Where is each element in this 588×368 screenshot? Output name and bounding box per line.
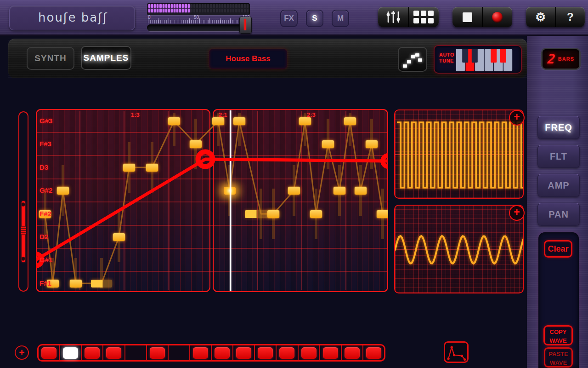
- step-cell[interactable]: [232, 345, 254, 360]
- oscillator-add-button[interactable]: +: [509, 110, 525, 126]
- meter-led: [163, 4, 164, 8]
- step-pattern-button[interactable]: [398, 47, 427, 72]
- step-pattern-icon: [401, 50, 424, 69]
- patch-select-button[interactable]: House Bass: [209, 49, 287, 69]
- patch-name-box[interactable]: houʃe baʃʃ: [9, 6, 135, 30]
- note-block[interactable]: [212, 117, 224, 125]
- meter-led: [157, 4, 158, 8]
- meter-led: [230, 4, 232, 8]
- bars-display[interactable]: 2 BARS: [541, 48, 581, 70]
- step-cell[interactable]: [254, 345, 276, 360]
- meter-led: [168, 4, 170, 8]
- record-button[interactable]: [482, 7, 513, 27]
- step-cell[interactable]: [146, 345, 168, 360]
- meter-led: [174, 9, 175, 12]
- note-block[interactable]: [344, 117, 356, 125]
- param-tab-amp[interactable]: AMP: [537, 174, 580, 197]
- meter-led: [148, 9, 150, 12]
- step-cell[interactable]: [81, 345, 102, 360]
- param-tab-freq[interactable]: FREQ: [537, 116, 580, 139]
- note-block[interactable]: [366, 140, 378, 148]
- meter-led: [221, 9, 223, 12]
- note-block[interactable]: [355, 187, 367, 195]
- note-block[interactable]: [190, 140, 202, 148]
- meter-led: [191, 9, 192, 12]
- note-block[interactable]: [57, 187, 69, 195]
- help-icon: ?: [567, 11, 574, 23]
- clear-button[interactable]: Clear: [544, 240, 572, 258]
- step-cell[interactable]: [59, 345, 81, 360]
- param-tab-pan[interactable]: PAN: [537, 203, 580, 226]
- step-cell[interactable]: [189, 345, 211, 360]
- meter-led: [227, 4, 229, 8]
- add-pattern-button[interactable]: +: [15, 345, 29, 360]
- pitch-sequence-editor[interactable]: G#3F#3D3G#2F#2D2G#1F#11:32:12:3: [36, 109, 388, 292]
- step-cell[interactable]: [319, 345, 341, 360]
- step-cell[interactable]: [298, 345, 319, 360]
- step-pad-on: [41, 347, 57, 359]
- autotune-panel[interactable]: AUTO TUNE: [434, 45, 522, 74]
- note-block[interactable]: [91, 280, 112, 288]
- tab-samples[interactable]: SAMPLES: [81, 46, 131, 70]
- tab-synth[interactable]: SYNTH: [27, 47, 74, 70]
- note-block[interactable]: [299, 117, 311, 125]
- step-pad-on: [323, 347, 338, 359]
- note-block[interactable]: [123, 164, 135, 172]
- meter-led: [244, 4, 246, 8]
- stop-button[interactable]: [452, 7, 482, 27]
- mute-button[interactable]: M: [332, 10, 349, 27]
- meter-led: [193, 9, 195, 12]
- note-block[interactable]: [113, 233, 125, 241]
- grid-panel-bar-2[interactable]: [213, 109, 388, 292]
- step-cell[interactable]: [168, 345, 189, 360]
- pitch-zoom-handle[interactable]: [22, 201, 25, 262]
- volume-slider-handle[interactable]: [239, 17, 252, 34]
- help-button[interactable]: ?: [555, 7, 585, 27]
- meter-led: [185, 4, 187, 8]
- row-label: G#2: [40, 186, 52, 194]
- solo-button[interactable]: S: [306, 10, 323, 27]
- pitch-zoom-slider[interactable]: [18, 111, 28, 292]
- settings-group: ⚙ ?: [526, 7, 585, 27]
- envelope-mode-button[interactable]: [444, 341, 469, 363]
- lfo-add-button[interactable]: +: [509, 205, 525, 221]
- note-block[interactable]: [70, 280, 82, 288]
- lfo-wave-display: [394, 205, 524, 293]
- record-icon: [492, 12, 503, 23]
- settings-button[interactable]: ⚙: [526, 7, 555, 27]
- bar-beat-label: 1:3: [131, 111, 140, 118]
- meter-led: [168, 9, 170, 12]
- note-block[interactable]: [377, 210, 388, 218]
- step-cell[interactable]: [276, 345, 297, 360]
- note-block[interactable]: [233, 117, 245, 125]
- param-tab-flt[interactable]: FLT: [537, 145, 580, 168]
- row-label: F#2: [40, 210, 51, 218]
- step-cell[interactable]: [102, 345, 124, 360]
- step-cell[interactable]: [124, 345, 146, 360]
- meter-led: [238, 9, 240, 12]
- autotune-keyboard-icon: [456, 49, 513, 72]
- step-cell[interactable]: [39, 345, 59, 360]
- note-block[interactable]: [310, 210, 322, 218]
- note-block[interactable]: [288, 187, 300, 195]
- fx-button[interactable]: FX: [280, 10, 298, 27]
- step-pad-on: [236, 347, 251, 359]
- note-block[interactable]: [334, 187, 345, 195]
- meter-led: [207, 4, 209, 8]
- mixer-view-button[interactable]: [378, 7, 408, 27]
- note-block[interactable]: [146, 164, 158, 172]
- meter-led: [235, 9, 237, 12]
- app-window: houʃe baʃʃ 050100 FX S M: [0, 0, 588, 368]
- step-cell[interactable]: [362, 345, 384, 360]
- grid-panel-bar-1[interactable]: [36, 109, 210, 292]
- step-cell[interactable]: [341, 345, 362, 360]
- note-block[interactable]: [322, 140, 334, 148]
- volume-slider-track[interactable]: [147, 24, 252, 31]
- paste-wave-button[interactable]: PASTE WAVE: [544, 347, 573, 368]
- copy-wave-button[interactable]: COPY WAVE: [543, 325, 573, 345]
- note-block[interactable]: [224, 187, 236, 195]
- note-block[interactable]: [168, 117, 180, 125]
- pad-view-button[interactable]: [408, 7, 439, 27]
- note-block[interactable]: [267, 210, 279, 218]
- step-cell[interactable]: [211, 345, 232, 360]
